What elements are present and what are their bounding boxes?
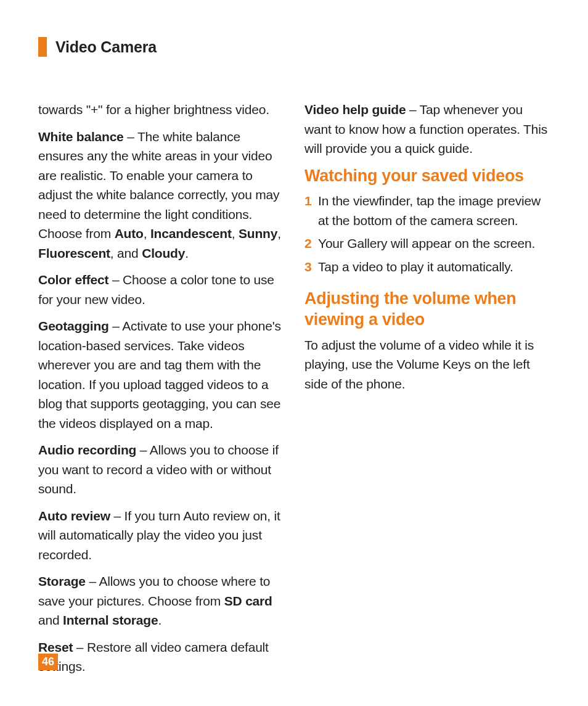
page-title: Video Camera	[55, 38, 157, 56]
reset-label: Reset	[38, 640, 73, 654]
audio-recording-para: Audio recording – Allows you to choose i…	[38, 440, 284, 499]
reset-text: – Restore all video camera default setti…	[38, 640, 269, 674]
auto-review-label: Auto review	[38, 509, 110, 523]
geotagging-label: Geotagging	[38, 319, 109, 333]
audio-recording-label: Audio recording	[38, 443, 136, 457]
heading-adjusting: Adjusting the volume when viewing a vide…	[304, 289, 550, 330]
reset-para: Reset – Restore all video camera default…	[38, 638, 284, 676]
storage-para: Storage – Allows you to choose where to …	[38, 572, 284, 630]
storage-label: Storage	[38, 574, 86, 588]
step-text: Tap a video to play it automatically.	[318, 257, 550, 277]
step-number: 1	[304, 191, 318, 230]
heading-watching: Watching your saved videos	[304, 166, 550, 187]
step-3: 3 Tap a video to play it automatically.	[304, 257, 550, 277]
white-balance-text: – The white balance ensures any the whit…	[38, 129, 279, 241]
page-header: Video Camera	[38, 37, 550, 57]
header-accent-bar	[38, 37, 47, 57]
video-help-label: Video help guide	[304, 102, 406, 117]
sep: ,	[277, 226, 281, 240]
storage-internal: Internal storage	[63, 613, 158, 627]
color-effect-label: Color effect	[38, 273, 108, 287]
white-balance-para: White balance – The white balance ensure…	[38, 127, 284, 263]
auto-review-para: Auto review – If you turn Auto review on…	[38, 506, 284, 565]
left-column: towards "+" for a higher brightness vide…	[38, 100, 284, 684]
step-number: 3	[304, 257, 318, 277]
white-balance-label: White balance	[38, 129, 124, 144]
wb-auto: Auto	[115, 226, 144, 240]
sep: .	[185, 246, 189, 260]
sep: and	[38, 613, 63, 627]
step-1: 1 In the viewfinder, tap the image previ…	[304, 191, 550, 230]
sep: ,	[144, 226, 150, 240]
sep: , and	[110, 246, 142, 260]
wb-sunny: Sunny	[239, 226, 277, 240]
page-number-badge: 46	[38, 654, 58, 670]
step-text: Your Gallery will appear on the screen.	[318, 234, 550, 253]
manual-page: Video Camera towards "+" for a higher br…	[0, 0, 588, 706]
wb-fluorescent: Fluorescent	[38, 246, 110, 260]
wb-cloudy: Cloudy	[142, 246, 185, 260]
step-number: 2	[304, 234, 318, 253]
adjust-volume-para: To adjust the volume of a video while it…	[304, 335, 550, 394]
intro-line: towards "+" for a higher brightness vide…	[38, 100, 284, 120]
step-2: 2 Your Gallery will appear on the screen…	[304, 234, 550, 253]
content-columns: towards "+" for a higher brightness vide…	[38, 100, 550, 684]
right-column: Video help guide – Tap whenever you want…	[304, 100, 550, 684]
video-help-para: Video help guide – Tap whenever you want…	[304, 100, 550, 158]
step-text: In the viewfinder, tap the image preview…	[318, 191, 550, 230]
wb-incandescent: Incandescent	[150, 226, 232, 240]
storage-sd: SD card	[224, 594, 272, 608]
sep: .	[158, 613, 161, 627]
geotagging-para: Geotagging – Activate to use your phone'…	[38, 316, 284, 433]
sep: ,	[232, 226, 239, 240]
color-effect-para: Color effect – Choose a color tone to us…	[38, 270, 284, 309]
geotagging-text: – Activate to use your phone's location-…	[38, 319, 281, 430]
